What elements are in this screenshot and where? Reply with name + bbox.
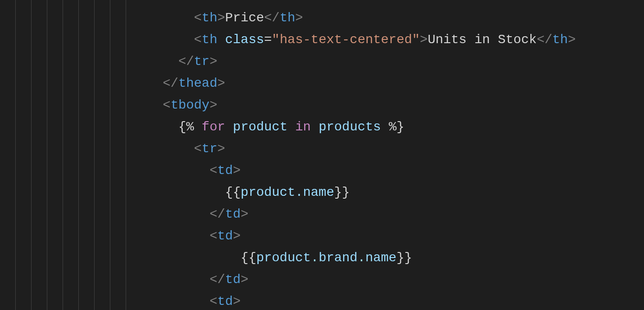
tag-open-bracket: < [210,163,217,178]
tag-close-bracket: > [420,32,428,47]
code-line[interactable]: </thead> [7,72,644,94]
code-line[interactable]: <td> [7,225,644,247]
template-delim: }} [334,185,350,200]
keyword-in: in [295,120,311,134]
code-editor[interactable]: <th>Brand</th> <th>Price</th> <th class=… [0,0,644,310]
tag-name: th [202,0,217,3]
tag-name: td [225,207,241,221]
tag-close-bracket: > [295,0,303,3]
code-line[interactable]: <tr> [7,138,644,160]
code-line[interactable]: {{product.name}} [7,181,644,203]
code-line[interactable]: <th>Brand</th> [7,0,644,7]
tag-close-bracket: > [210,98,217,112]
template-delim: }} [396,251,412,265]
tag-name: td [217,294,233,309]
code-line[interactable]: <th class="has-text-centered">Units in S… [7,29,644,51]
tag-open-bracket: < [194,11,202,25]
space [225,120,233,134]
tag-close-bracket: > [233,294,241,309]
text-content: Units in Stock [427,32,536,47]
code-line[interactable]: </tr> [7,51,644,72]
tag-close-bracket: > [241,272,249,287]
code-line[interactable]: <tbody> [7,94,644,116]
tag-close-bracket: > [217,76,225,90]
space [287,120,295,134]
tag-close-bracket: > [295,11,303,25]
tag-name: th [280,0,295,3]
space [311,120,319,134]
tag-name: tbody [171,98,210,112]
template-delim: {{ [225,185,241,200]
tag-name: thead [179,76,217,90]
tag-name: th [202,11,217,25]
tag-close-open: </ [210,207,225,221]
tag-name: th [202,32,217,47]
code-content[interactable]: <th>Brand</th> <th>Price</th> <th class=… [7,0,644,310]
text-content: Price [225,11,264,25]
variable: product [233,120,287,134]
tag-open-bracket: < [194,142,202,156]
attr-value: "has-text-centered" [272,32,420,47]
code-line[interactable]: {{product.brand.name}} [7,247,644,269]
tag-name: tr [194,54,210,69]
variable: product.brand.name [256,251,396,265]
tag-close-bracket: > [217,0,225,3]
variable: product.name [241,185,334,200]
tag-name: td [225,272,241,287]
tag-open-bracket: < [163,98,171,112]
tag-close-bracket: > [233,163,241,178]
template-delim: {{ [241,251,256,265]
code-line[interactable]: <td> [7,291,644,310]
code-line[interactable]: <th>Price</th> [7,7,644,29]
tag-open-bracket: < [194,32,202,47]
attr-name: class [225,32,264,47]
tag-close-bracket: > [241,207,249,221]
tag-open-bracket: < [210,294,217,309]
tag-name: td [217,163,233,178]
tag-close-bracket: > [210,54,217,69]
tag-close-bracket: > [568,32,576,47]
tag-close-bracket: > [217,11,225,25]
template-delim: {% [179,120,202,134]
text-content: Brand [225,0,264,3]
code-line[interactable]: </td> [7,269,644,291]
tag-close-open: </ [179,54,194,69]
tag-close-bracket: > [217,142,225,156]
template-delim: %} [381,120,404,134]
code-line[interactable]: {% for product in products %} [7,116,644,138]
code-line[interactable]: <td> [7,160,644,181]
variable: products [319,120,381,134]
tag-name: tr [202,142,217,156]
space [217,32,225,47]
equals: = [264,32,272,47]
tag-name: th [280,11,295,25]
tag-close-open: </ [264,0,280,3]
tag-name: td [217,229,233,243]
tag-close-open: </ [537,32,553,47]
tag-close-open: </ [264,11,280,25]
tag-open-bracket: < [194,0,202,3]
tag-open-bracket: < [210,229,217,243]
keyword-for: for [202,120,225,134]
tag-close-open: </ [210,272,225,287]
code-line[interactable]: </td> [7,203,644,225]
tag-name: th [552,32,568,47]
tag-close-bracket: > [233,229,241,243]
tag-close-open: </ [163,76,179,90]
